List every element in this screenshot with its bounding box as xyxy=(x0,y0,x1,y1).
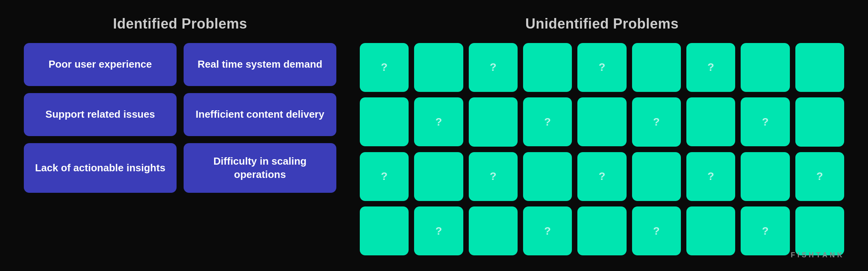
unknown-card: ? xyxy=(741,206,789,255)
unknown-card: ? xyxy=(469,43,518,92)
identified-card-label: Difficulty in scaling operations xyxy=(193,155,327,181)
unknown-card-label: ? xyxy=(490,170,497,183)
identified-section: Identified Problems Poor user experience… xyxy=(24,16,336,193)
unknown-card xyxy=(414,152,463,201)
unknown-card xyxy=(741,152,789,201)
identified-grid: Poor user experienceReal time system dem… xyxy=(24,43,336,193)
unknown-card: ? xyxy=(414,97,463,146)
unknown-card xyxy=(632,43,681,92)
identified-card: Real time system demand xyxy=(184,43,336,86)
unknown-card-label: ? xyxy=(598,61,605,74)
identified-card: Poor user experience xyxy=(24,43,177,86)
unknown-card xyxy=(523,152,572,201)
unknown-card xyxy=(360,206,409,255)
identified-card-label: Real time system demand xyxy=(198,58,322,71)
unknown-card: ? xyxy=(360,43,409,92)
identified-card: Lack of actionable insights xyxy=(24,143,177,193)
identified-card-label: Support related issues xyxy=(45,108,155,121)
unknown-card xyxy=(523,43,572,92)
unknown-card: ? xyxy=(686,43,735,92)
unknown-card-label: ? xyxy=(707,170,714,183)
unknown-card: ? xyxy=(795,152,844,201)
unknown-card xyxy=(469,97,518,146)
unknown-card-label: ? xyxy=(544,225,551,237)
unknown-card-label: ? xyxy=(381,170,388,183)
unknown-card xyxy=(741,43,789,92)
unknown-card-label: ? xyxy=(544,116,551,128)
identified-title: Identified Problems xyxy=(113,16,247,32)
unknown-card xyxy=(686,97,735,146)
unknown-card xyxy=(686,206,735,255)
unknown-card xyxy=(360,97,409,146)
unknown-card-label: ? xyxy=(707,61,714,74)
unknown-card-label: ? xyxy=(653,116,660,128)
unknown-card: ? xyxy=(469,152,518,201)
unknown-card: ? xyxy=(632,206,681,255)
unknown-card-label: ? xyxy=(653,225,660,237)
unidentified-grid: ????????????????? xyxy=(360,43,844,255)
unknown-card xyxy=(577,97,626,146)
unknown-card-label: ? xyxy=(435,116,442,128)
unknown-card-label: ? xyxy=(490,61,497,74)
main-container: Identified Problems Poor user experience… xyxy=(24,16,844,255)
unknown-card: ? xyxy=(414,206,463,255)
unknown-card: ? xyxy=(577,152,626,201)
unknown-card xyxy=(795,43,844,92)
unidentified-title: Unidentified Problems xyxy=(525,16,679,32)
unknown-card-label: ? xyxy=(762,225,768,237)
unknown-card: ? xyxy=(360,152,409,201)
identified-card: Inefficient content delivery xyxy=(184,93,336,136)
unknown-card-label: ? xyxy=(381,61,388,74)
unknown-card: ? xyxy=(741,97,789,146)
identified-card-label: Poor user experience xyxy=(48,58,152,71)
unknown-card: ? xyxy=(686,152,735,201)
unknown-card-label: ? xyxy=(598,170,605,183)
sections-wrapper: Identified Problems Poor user experience… xyxy=(24,16,844,255)
unknown-card xyxy=(577,206,626,255)
identified-card: Difficulty in scaling operations xyxy=(184,143,336,193)
unknown-card-label: ? xyxy=(435,225,442,237)
unknown-card xyxy=(795,97,844,146)
unidentified-section: Unidentified Problems ????????????????? xyxy=(360,16,844,255)
unknown-card: ? xyxy=(632,97,681,146)
unknown-card-label: ? xyxy=(762,116,768,128)
unknown-card xyxy=(414,43,463,92)
unknown-card xyxy=(632,152,681,201)
fishtank-logo: FISHTANK xyxy=(791,251,845,259)
unknown-card: ? xyxy=(523,97,572,146)
identified-card: Support related issues xyxy=(24,93,177,136)
page-wrapper: Identified Problems Poor user experience… xyxy=(0,0,868,271)
unknown-card-label: ? xyxy=(816,170,823,183)
unknown-card xyxy=(469,206,518,255)
unknown-card xyxy=(795,206,844,255)
unknown-card: ? xyxy=(523,206,572,255)
unknown-card: ? xyxy=(577,43,626,92)
identified-card-label: Lack of actionable insights xyxy=(35,162,166,175)
identified-card-label: Inefficient content delivery xyxy=(196,108,324,121)
